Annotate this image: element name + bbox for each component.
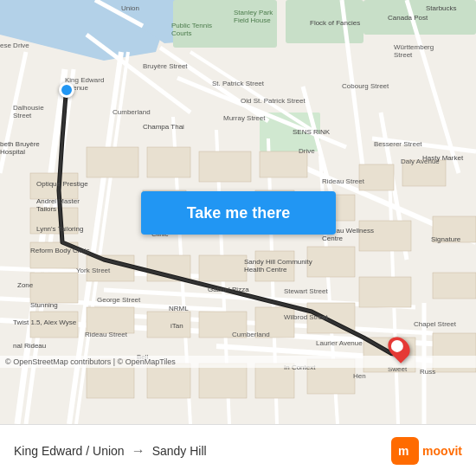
moovit-text: moovit: [422, 444, 462, 458]
svg-rect-40: [199, 151, 251, 182]
svg-rect-58: [359, 277, 411, 307]
svg-rect-39: [147, 147, 190, 177]
svg-rect-47: [402, 160, 446, 186]
svg-text:m: m: [398, 444, 408, 458]
route-arrow-icon: →: [132, 443, 145, 459]
svg-rect-56: [255, 307, 294, 338]
take-me-there-button[interactable]: Take me there: [141, 191, 336, 235]
svg-rect-50: [255, 251, 294, 281]
start-marker: [59, 82, 74, 98]
route-from: King Edward / Union: [14, 444, 125, 458]
route-to: Sandy Hill: [152, 444, 207, 458]
moovit-icon: m: [391, 437, 419, 465]
map-container: Stanley ParkField House Public TennisCou…: [0, 0, 476, 424]
svg-rect-34: [30, 208, 78, 234]
moovit-logo: m moovit: [391, 437, 462, 465]
svg-rect-46: [359, 164, 394, 190]
svg-rect-37: [30, 312, 78, 338]
svg-rect-64: [87, 307, 134, 333]
svg-rect-36: [30, 273, 78, 303]
svg-rect-52: [359, 221, 411, 251]
svg-rect-1: [173, 0, 277, 48]
svg-rect-60: [199, 363, 247, 398]
route-info: King Edward / Union → Sandy Hill: [14, 443, 207, 459]
svg-rect-49: [199, 255, 247, 281]
bottom-bar: King Edward / Union → Sandy Hill m moovi…: [0, 424, 476, 476]
svg-rect-33: [30, 173, 78, 199]
svg-rect-2: [286, 0, 363, 43]
svg-rect-41: [260, 151, 307, 177]
svg-rect-66: [433, 216, 476, 242]
svg-rect-61: [255, 363, 294, 398]
svg-rect-67: [433, 273, 476, 299]
svg-rect-3: [363, 0, 476, 35]
svg-rect-59: [147, 363, 190, 398]
end-marker: [389, 336, 408, 360]
svg-rect-55: [199, 312, 247, 338]
svg-rect-54: [147, 312, 190, 338]
svg-rect-51: [307, 247, 355, 277]
svg-rect-38: [87, 147, 138, 177]
